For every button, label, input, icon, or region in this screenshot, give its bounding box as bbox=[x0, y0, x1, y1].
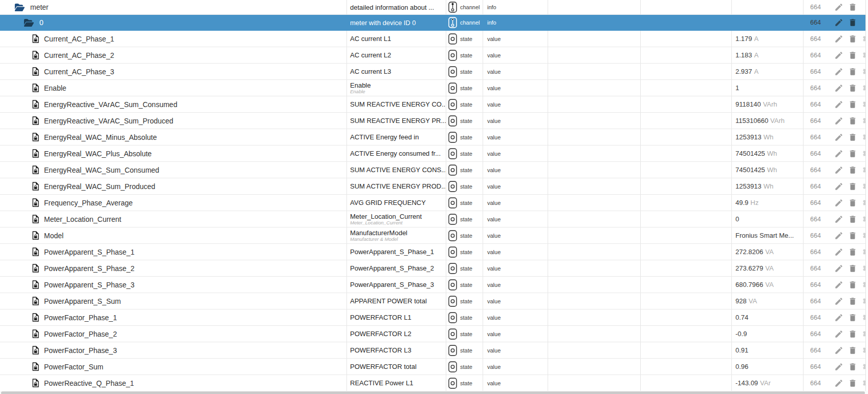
edit-icon[interactable] bbox=[834, 18, 843, 27]
edit-icon[interactable] bbox=[834, 297, 843, 306]
horizontal-scrollbar-thumb[interactable] bbox=[1, 391, 865, 394]
settings-icon[interactable] bbox=[862, 329, 865, 339]
edit-icon[interactable] bbox=[834, 362, 843, 371]
settings-icon[interactable] bbox=[862, 165, 865, 175]
table-row[interactable]: Frequency_Phase_AverageAVG GRID FREQUENC… bbox=[0, 195, 865, 211]
table-row[interactable]: Current_AC_Phase_3AC current L3statevalu… bbox=[0, 64, 865, 80]
delete-icon[interactable] bbox=[848, 116, 857, 126]
edit-icon[interactable] bbox=[834, 116, 843, 126]
settings-icon[interactable] bbox=[862, 231, 865, 240]
table-row[interactable]: Meter_Location_CurrentMeter_Location_Cur… bbox=[0, 211, 865, 227]
object-id-cell[interactable]: Current_AC_Phase_1 bbox=[0, 31, 347, 47]
edit-icon[interactable] bbox=[834, 3, 843, 12]
table-row[interactable]: PowerFactor_SumPOWERFACTOR totalstateval… bbox=[0, 359, 865, 375]
object-id-cell[interactable]: Current_AC_Phase_3 bbox=[0, 64, 347, 79]
edit-icon[interactable] bbox=[834, 231, 843, 240]
table-row[interactable]: EnergyReactive_VArAC_Sum_ProducedSUM REA… bbox=[0, 113, 865, 129]
settings-icon[interactable] bbox=[862, 378, 865, 388]
edit-icon[interactable] bbox=[834, 84, 843, 93]
edit-icon[interactable] bbox=[834, 346, 843, 355]
delete-icon[interactable] bbox=[848, 165, 857, 175]
settings-icon[interactable] bbox=[862, 345, 865, 355]
object-id-cell[interactable]: Meter_Location_Current bbox=[0, 211, 347, 227]
table-row[interactable]: EnergyReactive_VArAC_Sum_ConsumedSUM REA… bbox=[0, 96, 865, 113]
delete-icon[interactable] bbox=[848, 34, 857, 44]
table-row[interactable]: Current_AC_Phase_1AC current L1statevalu… bbox=[0, 31, 865, 47]
delete-icon[interactable] bbox=[848, 100, 857, 109]
delete-icon[interactable] bbox=[848, 362, 857, 371]
delete-icon[interactable] bbox=[848, 231, 857, 240]
table-row[interactable]: PowerFactor_Phase_2POWERFACTOR L2stateva… bbox=[0, 326, 865, 342]
object-id-cell[interactable]: EnergyReal_WAC_Plus_Absolute bbox=[0, 146, 347, 161]
object-id-cell[interactable]: PowerFactor_Phase_1 bbox=[0, 309, 347, 325]
edit-icon[interactable] bbox=[834, 264, 843, 273]
object-id-cell[interactable]: PowerFactor_Phase_3 bbox=[0, 342, 347, 358]
edit-icon[interactable] bbox=[834, 313, 843, 322]
object-id-cell[interactable]: PowerFactor_Phase_2 bbox=[0, 326, 347, 342]
edit-icon[interactable] bbox=[834, 100, 843, 109]
delete-icon[interactable] bbox=[848, 247, 857, 257]
table-row[interactable]: PowerApparent_S_SumAPPARENT POWER totals… bbox=[0, 293, 865, 309]
object-id-cell[interactable]: meter bbox=[0, 0, 347, 14]
object-id-cell[interactable]: PowerApparent_S_Phase_1 bbox=[0, 244, 347, 260]
object-id-cell[interactable]: PowerApparent_S_Sum bbox=[0, 293, 347, 309]
edit-icon[interactable] bbox=[834, 379, 843, 388]
settings-icon[interactable] bbox=[862, 198, 865, 208]
settings-icon[interactable] bbox=[862, 99, 865, 109]
object-id-cell[interactable]: EnergyReactive_VArAC_Sum_Produced bbox=[0, 113, 347, 129]
delete-icon[interactable] bbox=[848, 18, 857, 27]
table-row[interactable]: PowerReactive_Q_Phase_1REACTIVE Power L1… bbox=[0, 375, 865, 391]
delete-icon[interactable] bbox=[848, 346, 857, 355]
object-id-cell[interactable]: Enable bbox=[0, 80, 347, 96]
object-id-cell[interactable]: Frequency_Phase_Average bbox=[0, 195, 347, 211]
delete-icon[interactable] bbox=[848, 51, 857, 60]
delete-icon[interactable] bbox=[848, 379, 857, 388]
settings-icon[interactable] bbox=[862, 132, 865, 142]
settings-icon[interactable] bbox=[862, 67, 865, 76]
edit-icon[interactable] bbox=[834, 149, 843, 158]
object-id-cell[interactable]: EnergyReal_WAC_Minus_Absolute bbox=[0, 129, 347, 145]
object-id-cell[interactable]: 0 bbox=[0, 15, 347, 30]
delete-icon[interactable] bbox=[848, 67, 857, 76]
table-row[interactable]: Current_AC_Phase_2AC current L2statevalu… bbox=[0, 47, 865, 64]
object-id-cell[interactable]: Model bbox=[0, 227, 347, 243]
settings-icon[interactable] bbox=[862, 313, 865, 322]
edit-icon[interactable] bbox=[834, 329, 843, 339]
edit-icon[interactable] bbox=[834, 247, 843, 257]
settings-icon[interactable] bbox=[862, 34, 865, 44]
table-row[interactable]: PowerApparent_S_Phase_2PowerApparent_S_P… bbox=[0, 260, 865, 277]
edit-icon[interactable] bbox=[834, 280, 843, 289]
delete-icon[interactable] bbox=[848, 329, 857, 339]
settings-icon[interactable] bbox=[862, 149, 865, 158]
settings-icon[interactable] bbox=[862, 247, 865, 257]
delete-icon[interactable] bbox=[848, 198, 857, 208]
edit-icon[interactable] bbox=[834, 165, 843, 175]
delete-icon[interactable] bbox=[848, 264, 857, 273]
delete-icon[interactable] bbox=[848, 149, 857, 158]
settings-icon[interactable] bbox=[862, 263, 865, 273]
delete-icon[interactable] bbox=[848, 133, 857, 142]
object-id-cell[interactable]: EnergyReactive_VArAC_Sum_Consumed bbox=[0, 96, 347, 112]
delete-icon[interactable] bbox=[848, 313, 857, 322]
delete-icon[interactable] bbox=[848, 182, 857, 191]
edit-icon[interactable] bbox=[834, 34, 843, 44]
settings-icon[interactable] bbox=[862, 181, 865, 191]
table-row[interactable]: 0meter with device ID 0channelinfo664 bbox=[0, 15, 865, 31]
settings-icon[interactable] bbox=[862, 50, 865, 60]
settings-icon[interactable] bbox=[862, 83, 865, 93]
object-id-cell[interactable]: EnergyReal_WAC_Sum_Produced bbox=[0, 178, 347, 194]
object-id-cell[interactable]: PowerFactor_Sum bbox=[0, 359, 347, 375]
edit-icon[interactable] bbox=[834, 51, 843, 60]
object-id-cell[interactable]: EnergyReal_WAC_Sum_Consumed bbox=[0, 162, 347, 178]
edit-icon[interactable] bbox=[834, 133, 843, 142]
edit-icon[interactable] bbox=[834, 67, 843, 76]
object-id-cell[interactable]: PowerApparent_S_Phase_2 bbox=[0, 260, 347, 276]
delete-icon[interactable] bbox=[848, 215, 857, 224]
object-id-cell[interactable]: PowerApparent_S_Phase_3 bbox=[0, 277, 347, 293]
delete-icon[interactable] bbox=[848, 297, 857, 306]
table-row[interactable]: PowerFactor_Phase_1POWERFACTOR L1stateva… bbox=[0, 309, 865, 326]
settings-icon[interactable] bbox=[862, 116, 865, 126]
table-row[interactable]: EnergyReal_WAC_Minus_AbsoluteACTIVE Ener… bbox=[0, 129, 865, 146]
table-row[interactable]: PowerApparent_S_Phase_1PowerApparent_S_P… bbox=[0, 244, 865, 260]
edit-icon[interactable] bbox=[834, 198, 843, 208]
